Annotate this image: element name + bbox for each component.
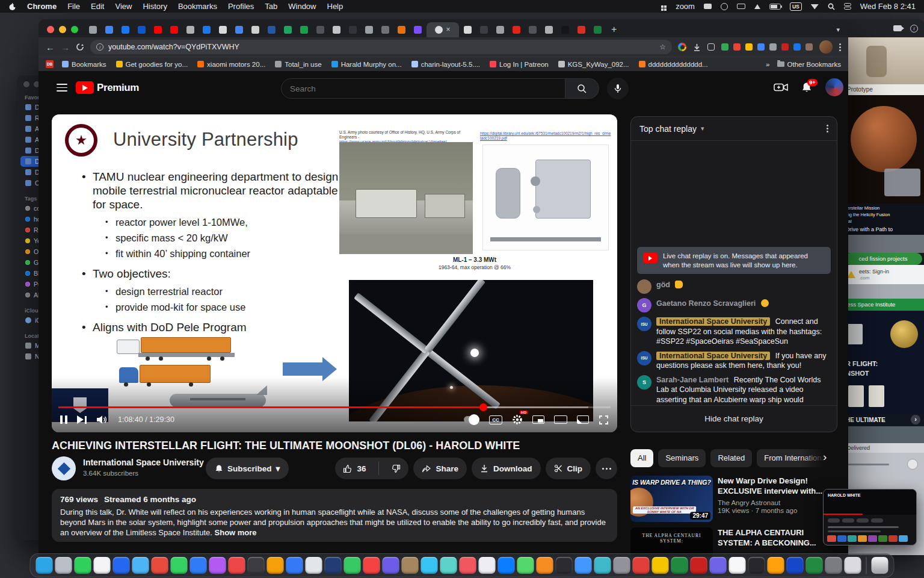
browser-tab[interactable] — [215, 22, 230, 37]
dock-app-icon[interactable] — [94, 557, 111, 574]
dock-app-icon[interactable] — [306, 557, 322, 574]
captions-button[interactable]: CC — [489, 415, 502, 424]
site-info-icon[interactable]: i — [96, 43, 103, 51]
bookmark-item[interactable]: Harald Murphy on... — [331, 61, 402, 68]
extension-icon[interactable] — [757, 43, 765, 51]
miniplayer-button[interactable] — [532, 415, 544, 424]
dock-app-icon[interactable] — [710, 557, 727, 574]
next-video-button[interactable] — [77, 415, 87, 424]
wifi-icon[interactable] — [811, 4, 819, 10]
notifications-bell-icon[interactable]: 9+ — [801, 82, 812, 93]
chat-avatar[interactable]: S — [637, 375, 651, 390]
dock-app-icon[interactable] — [190, 557, 207, 574]
browser-tab[interactable] — [460, 22, 475, 37]
related-thumbnail[interactable]: IS WARP DRIVE A THING? AN EXCLUSIVE INTE… — [630, 476, 713, 522]
dock-app-icon[interactable] — [537, 557, 553, 574]
reload-button[interactable] — [76, 43, 84, 51]
bg-signin-card[interactable]: eets: Sign-in.com — [842, 265, 924, 284]
menu-item[interactable]: Help — [327, 2, 343, 11]
extension-icon[interactable] — [769, 43, 777, 51]
create-video-icon[interactable] — [774, 82, 788, 92]
bookmark-star-icon[interactable]: ☆ — [659, 43, 666, 51]
dock-app-icon[interactable] — [517, 557, 534, 574]
status-grid-icon[interactable] — [661, 5, 664, 8]
browser-tab[interactable] — [167, 22, 182, 37]
chrome-menu-icon[interactable] — [839, 46, 841, 48]
bookmark-item[interactable]: Get goodies for yo... — [116, 61, 188, 68]
app-status-icon[interactable] — [721, 3, 728, 10]
dock-app-icon[interactable] — [152, 557, 168, 574]
browser-tab[interactable] — [183, 22, 198, 37]
dock-app-icon[interactable] — [402, 557, 419, 574]
info-icon[interactable]: i — [910, 25, 918, 33]
dock-app-icon[interactable] — [806, 557, 823, 574]
menu-item[interactable]: Edit — [91, 2, 104, 11]
dock-app-icon[interactable] — [286, 557, 303, 574]
related-channel[interactable]: The Angry Astronaut — [718, 499, 833, 506]
browser-tab[interactable] — [525, 22, 540, 37]
browser-tab[interactable] — [476, 22, 491, 37]
dock-app-icon[interactable] — [633, 557, 650, 574]
dock-app-icon[interactable] — [325, 557, 342, 574]
google-lens-icon[interactable] — [678, 43, 686, 51]
menu-item[interactable]: Window — [288, 2, 316, 11]
trash-icon[interactable] — [872, 557, 889, 574]
dock-app-icon[interactable] — [421, 557, 438, 574]
tab-search-caret[interactable]: ▾ — [836, 26, 842, 34]
like-button[interactable]: 36 — [335, 458, 374, 479]
dock-app-icon[interactable] — [691, 557, 707, 574]
dock-app-icon[interactable] — [248, 557, 265, 574]
progress-bar[interactable] — [58, 406, 611, 408]
download-button[interactable]: Download — [472, 458, 541, 479]
menu-item[interactable]: History — [143, 2, 167, 11]
fullscreen-button[interactable] — [599, 415, 609, 425]
other-bookmarks[interactable]: Other Bookmarks — [777, 61, 841, 68]
chat-message[interactable]: göd — [637, 279, 831, 294]
menu-item[interactable]: Profiles — [228, 2, 254, 11]
pause-button[interactable] — [60, 415, 67, 424]
bookmark-item[interactable]: dddddddddddddd... — [639, 61, 708, 68]
bookmarks-overflow-icon[interactable]: » — [766, 61, 769, 68]
browser-tab[interactable] — [102, 22, 117, 37]
theater-mode-button[interactable] — [554, 415, 567, 424]
menu-item[interactable]: Bookmarks — [178, 2, 217, 11]
share-button[interactable]: Share — [413, 458, 467, 479]
volume-slider[interactable] — [847, 464, 889, 465]
menu-bar-clock[interactable]: Wed Feb 8 2:41 — [860, 2, 916, 11]
autoplay-toggle[interactable] — [464, 416, 479, 423]
voice-search-button[interactable] — [607, 78, 629, 99]
search-button[interactable] — [565, 78, 599, 99]
dock-app-icon[interactable] — [498, 557, 515, 574]
chips-scroll-arrow[interactable]: › — [823, 450, 827, 464]
dock-app-icon[interactable] — [671, 557, 688, 574]
chat-message[interactable]: S Sarah-Jane Lambert Recently The Cool W… — [637, 375, 831, 406]
menu-app-name[interactable]: Chrome — [27, 2, 57, 11]
minimize-window-button[interactable] — [59, 26, 66, 33]
menu-item[interactable]: File — [67, 2, 80, 11]
browser-tab[interactable] — [558, 22, 573, 37]
dock-app-icon[interactable] — [363, 557, 380, 574]
next-arrow-button[interactable]: › — [911, 415, 920, 424]
hide-chat-button[interactable]: Hide chat replay — [631, 405, 837, 432]
video-camera-icon[interactable] — [893, 25, 902, 31]
channel-name[interactable]: International Space University — [83, 458, 204, 467]
related-video-1[interactable]: IS WARP DRIVE A THING? AN EXCLUSIVE INTE… — [630, 476, 833, 522]
browser-tab[interactable] — [590, 22, 605, 37]
close-tab-icon[interactable]: × — [446, 26, 450, 33]
browser-tab[interactable] — [493, 22, 508, 37]
spotlight-icon[interactable] — [828, 3, 835, 10]
browser-tab[interactable] — [509, 22, 524, 37]
description-box[interactable]: 769 views Streamed 6 months ago During t… — [52, 489, 617, 542]
active-tab[interactable]: × — [427, 22, 459, 37]
apple-menu-icon[interactable] — [8, 2, 16, 11]
youtube-premium-logo[interactable]: Premium — [76, 81, 139, 94]
dock-app-icon[interactable] — [768, 557, 784, 574]
dock-app-icon[interactable] — [614, 557, 630, 574]
extension-icon[interactable] — [721, 43, 728, 51]
camera-status-icon[interactable] — [704, 4, 712, 9]
dock-app-icon[interactable] — [575, 557, 592, 574]
extension-icon[interactable] — [793, 43, 801, 51]
browser-tab[interactable] — [410, 22, 425, 37]
downloads-icon[interactable] — [693, 43, 701, 51]
channel-avatar[interactable] — [52, 456, 76, 480]
